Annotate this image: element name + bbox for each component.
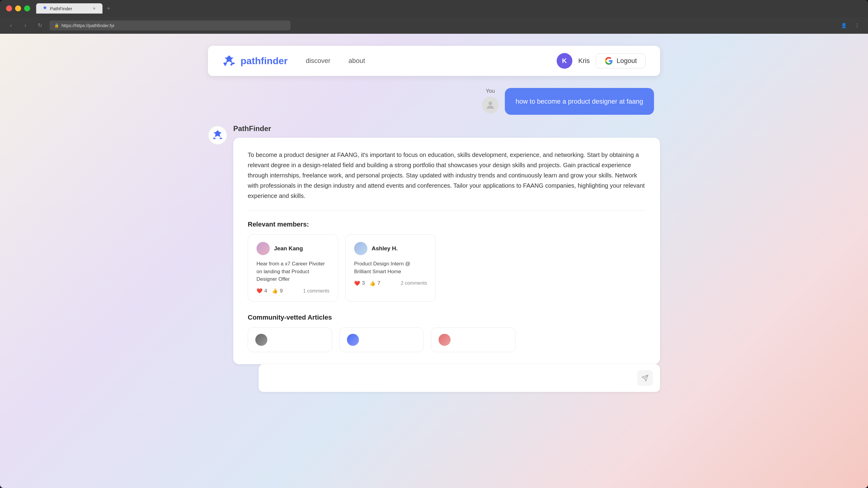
browser-titlebar: PathFinder ✕ +	[0, 0, 868, 17]
ai-avatar	[208, 126, 227, 145]
send-button[interactable]	[637, 370, 653, 386]
nav-right: K Kris Logout	[557, 53, 646, 69]
chat-container: You how to become a product designer at …	[208, 88, 660, 392]
svg-rect-1	[231, 63, 235, 64]
likes-count-0: 4	[264, 288, 267, 294]
ai-response-text: To become a product designer at FAANG, i…	[248, 150, 646, 201]
nav-about[interactable]: about	[348, 57, 365, 65]
traffic-lights	[6, 5, 30, 11]
member-desc-1: Product Design Intern @ Brilliant Smart …	[354, 260, 427, 275]
user-avatar: K	[557, 53, 572, 69]
lock-icon: 🔒	[54, 23, 59, 28]
svg-rect-3	[213, 138, 216, 139]
thumbs-icon-0: 👍	[272, 288, 278, 294]
refresh-button[interactable]: ↻	[35, 21, 44, 30]
tab-favicon	[42, 6, 48, 11]
tab-close-button[interactable]: ✕	[92, 6, 96, 11]
article-avatar-2	[438, 334, 451, 346]
ai-content-area: PathFinder To become a product designer …	[233, 124, 660, 392]
comments-count-1: 2 comments	[401, 281, 427, 286]
forward-button[interactable]: ›	[21, 21, 30, 30]
nav-discover[interactable]: discover	[306, 57, 330, 65]
member-desc-0: Hear from a x7 Career Pivoter on landing…	[256, 260, 330, 283]
article-avatar-1	[347, 334, 359, 346]
ai-message-row: PathFinder To become a product designer …	[208, 124, 660, 392]
menu-icon[interactable]: ⋮	[852, 21, 862, 30]
nav-logo[interactable]: pathfinder	[222, 54, 287, 67]
you-label: You	[486, 88, 495, 94]
article-avatar-0	[255, 334, 267, 346]
heart-icon-0: ❤️	[256, 288, 262, 294]
comments-count-0: 1 comments	[303, 288, 330, 294]
ai-name: PathFinder	[233, 124, 660, 133]
thumbs-icon-1: 👍	[370, 281, 375, 286]
thumbs-count-1: 7	[377, 280, 380, 286]
member-name-1: Ashley H.	[372, 245, 398, 252]
logout-button[interactable]: Logout	[596, 53, 646, 68]
likes-group-0: ❤️ 4	[256, 288, 267, 294]
chat-input[interactable]	[266, 375, 632, 381]
member-header-1: Ashley H.	[354, 242, 427, 255]
svg-point-2	[489, 101, 492, 105]
members-row: Jean Kang Hear from a x7 Career Pivoter …	[248, 234, 646, 301]
user-message-bubble: how to become a product designer at faan…	[505, 88, 654, 115]
divider	[248, 210, 646, 211]
article-card-0[interactable]	[248, 327, 332, 352]
navbar: pathfinder discover about K Kris Logout	[208, 46, 660, 76]
member-name-0: Jean Kang	[274, 245, 303, 252]
user-avatar-sm	[482, 97, 499, 113]
user-message-row: You how to become a product designer at …	[208, 88, 660, 115]
member-card-1[interactable]: Ashley H. Product Design Intern @ Brilli…	[345, 234, 436, 301]
toolbar-right: 👤 ⋮	[839, 21, 862, 30]
community-articles-title: Community-vetted Articles	[248, 314, 646, 321]
heart-icon-1: ❤️	[354, 281, 360, 286]
article-header-0	[255, 334, 324, 346]
browser-toolbar: ‹ › ↻ 🔒 https://https://pathfinder.fyi 👤…	[0, 17, 868, 34]
logout-text: Logout	[617, 57, 637, 65]
nav-logo-text: pathfinder	[241, 56, 287, 67]
member-avatar-1	[354, 242, 367, 255]
relevant-members-title: Relevant members:	[248, 221, 646, 228]
article-card-2[interactable]	[431, 327, 516, 352]
likes-group-1: ❤️ 3	[354, 280, 365, 286]
tab-title: PathFinder	[50, 6, 72, 11]
minimize-window-button[interactable]	[15, 5, 21, 11]
google-icon	[604, 57, 613, 65]
card-footer-1: ❤️ 3 👍 7 2 comments	[354, 280, 427, 286]
articles-row	[248, 327, 646, 352]
close-window-button[interactable]	[6, 5, 12, 11]
thumbs-count-0: 9	[280, 288, 282, 294]
ai-response-card: To become a product designer at FAANG, i…	[233, 138, 660, 364]
svg-rect-0	[224, 63, 227, 64]
nav-links: discover about	[306, 57, 556, 65]
member-header-0: Jean Kang	[256, 242, 330, 255]
url-text: https://https://pathfinder.fyi	[61, 23, 114, 28]
user-label-col: You	[482, 88, 499, 113]
pathfinder-logo-icon	[222, 54, 236, 67]
new-tab-button[interactable]: +	[104, 4, 113, 13]
user-name: Kris	[578, 57, 590, 65]
back-button[interactable]: ‹	[6, 21, 16, 30]
send-icon	[641, 375, 649, 382]
member-card-0[interactable]: Jean Kang Hear from a x7 Career Pivoter …	[248, 234, 338, 301]
thumbs-group-0: 👍 9	[272, 288, 282, 294]
page-content: pathfinder discover about K Kris Logout	[0, 34, 868, 488]
svg-rect-4	[220, 138, 222, 139]
profile-icon[interactable]: 👤	[839, 21, 849, 30]
address-bar[interactable]: 🔒 https://https://pathfinder.fyi	[50, 21, 290, 30]
input-row	[258, 364, 660, 392]
browser-frame: PathFinder ✕ + ‹ › ↻ 🔒 https://https://p…	[0, 0, 868, 488]
thumbs-group-1: 👍 7	[370, 280, 380, 286]
article-header-2	[438, 334, 508, 346]
active-tab[interactable]: PathFinder ✕	[36, 3, 102, 13]
article-header-1	[347, 334, 416, 346]
likes-count-1: 3	[362, 280, 365, 286]
article-card-1[interactable]	[339, 327, 424, 352]
card-footer-0: ❤️ 4 👍 9 1 comments	[256, 288, 330, 294]
maximize-window-button[interactable]	[24, 5, 30, 11]
member-avatar-0	[256, 242, 270, 255]
tab-bar: PathFinder ✕ +	[36, 3, 862, 13]
